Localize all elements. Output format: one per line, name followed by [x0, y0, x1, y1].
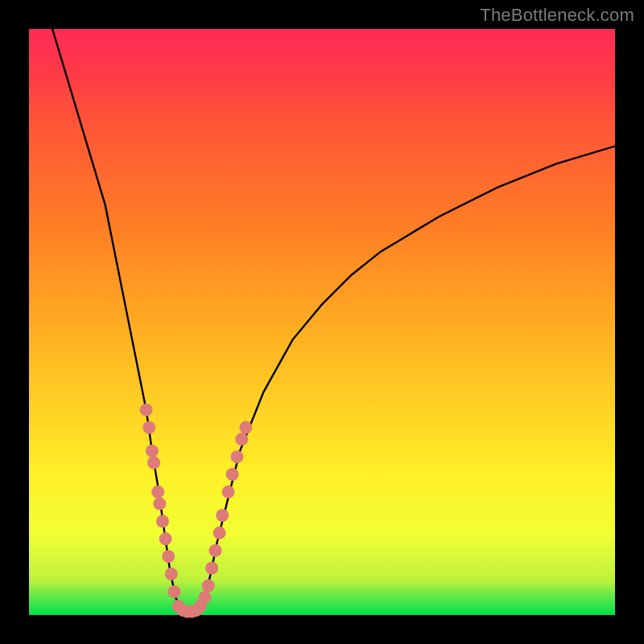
data-marker — [142, 421, 155, 434]
data-marker — [213, 526, 226, 539]
plot-area — [29, 29, 615, 615]
data-marker — [140, 403, 153, 416]
data-marker — [230, 450, 243, 463]
data-marker — [147, 456, 160, 469]
data-marker — [202, 580, 215, 592]
data-marker — [222, 485, 235, 498]
data-marker — [198, 591, 211, 604]
data-marker — [146, 444, 159, 457]
data-marker — [216, 509, 229, 522]
data-marker — [168, 585, 181, 598]
data-marker — [165, 568, 178, 580]
data-marker — [205, 562, 218, 575]
chart-svg — [29, 29, 615, 615]
watermark-text: TheBottleneck.com — [480, 5, 634, 26]
data-marker — [156, 515, 169, 528]
data-marker — [151, 485, 164, 498]
data-marker — [235, 433, 248, 446]
data-marker — [239, 421, 252, 434]
data-marker — [162, 550, 175, 563]
data-marker — [226, 468, 239, 481]
curve-line — [52, 29, 615, 612]
data-marker — [153, 497, 166, 510]
chart-frame: TheBottleneck.com — [0, 0, 644, 644]
data-marker — [209, 544, 222, 557]
data-marker — [159, 532, 172, 545]
markers-group — [140, 403, 253, 617]
